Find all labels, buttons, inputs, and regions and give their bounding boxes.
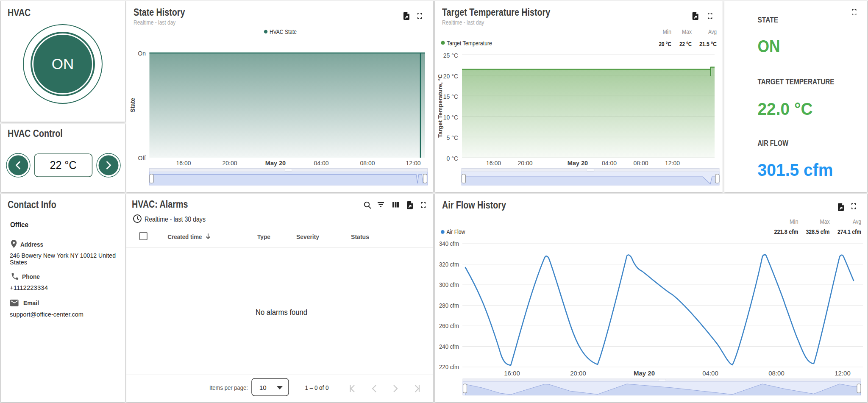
svg-text:10 °C: 10 °C (443, 114, 458, 121)
svg-text:Min: Min (790, 218, 798, 225)
svg-text:20:00: 20:00 (222, 160, 237, 167)
svg-text:5 °C: 5 °C (447, 134, 458, 141)
svg-text:Address: Address (20, 241, 43, 248)
svg-text:STATE: STATE (757, 16, 778, 24)
svg-text:Type: Type (257, 233, 270, 240)
svg-text:25 °C: 25 °C (443, 52, 458, 59)
svg-text:08:00: 08:00 (360, 160, 375, 167)
svg-text:On: On (138, 50, 146, 57)
svg-text:12:00: 12:00 (665, 160, 680, 167)
svg-text:274.1 cfm: 274.1 cfm (837, 228, 861, 235)
svg-text:No alarms found: No alarms found (256, 308, 307, 317)
svg-text:16:00: 16:00 (176, 160, 191, 167)
svg-text:Air Flow: Air Flow (446, 228, 465, 235)
svg-text:May 20: May 20 (265, 160, 285, 167)
svg-text:08:00: 08:00 (633, 160, 648, 167)
svg-text:Avg: Avg (708, 28, 717, 35)
svg-text:221.8 cfm: 221.8 cfm (774, 228, 798, 235)
svg-text:20:00: 20:00 (517, 160, 532, 167)
svg-text:Status: Status (351, 233, 369, 240)
svg-text:20 °C: 20 °C (443, 73, 458, 80)
svg-text:1 – 0 of 0: 1 – 0 of 0 (305, 384, 328, 391)
svg-text:240 cfm: 240 cfm (439, 343, 459, 350)
svg-text:16:00: 16:00 (486, 160, 501, 167)
svg-text:15 °C: 15 °C (443, 93, 458, 100)
svg-text:340 cfm: 340 cfm (439, 240, 459, 247)
svg-text:TARGET TEMPERATURE: TARGET TEMPERATURE (757, 78, 834, 86)
svg-text:Off: Off (138, 155, 146, 161)
svg-text:Items per page:: Items per page: (209, 384, 248, 391)
svg-text:21.5 °C: 21.5 °C (699, 40, 717, 47)
svg-text:22 °C: 22 °C (50, 159, 77, 172)
svg-text:Phone: Phone (22, 273, 40, 280)
svg-text:08:00: 08:00 (768, 370, 785, 377)
svg-text:Avg: Avg (853, 218, 861, 225)
svg-text:States: States (10, 258, 27, 266)
svg-text:20:00: 20:00 (570, 370, 586, 377)
svg-text:12:00: 12:00 (406, 160, 420, 167)
svg-text:04:00: 04:00 (314, 160, 328, 167)
svg-text:04:00: 04:00 (602, 160, 617, 167)
svg-text:22.0 °C: 22.0 °C (757, 99, 812, 119)
svg-text:12:00: 12:00 (835, 370, 851, 377)
svg-text:AIR FLOW: AIR FLOW (757, 139, 788, 147)
svg-text:220 cfm: 220 cfm (439, 363, 459, 370)
svg-text:HVAC State: HVAC State (270, 28, 297, 35)
svg-text:04:00: 04:00 (702, 370, 718, 377)
svg-text:Created time: Created time (167, 233, 202, 240)
svg-text:ON: ON (52, 56, 74, 72)
svg-text:Email: Email (23, 299, 39, 306)
svg-text:320 cfm: 320 cfm (439, 261, 459, 268)
svg-text:Min: Min (663, 28, 672, 35)
svg-text:Max: Max (820, 218, 830, 225)
svg-text:0 °C: 0 °C (447, 155, 458, 162)
svg-text:301.5 cfm: 301.5 cfm (757, 160, 833, 180)
svg-text:Max: Max (682, 28, 692, 35)
svg-text:22 °C: 22 °C (679, 40, 692, 47)
svg-text:State: State (129, 98, 136, 112)
svg-text:260 cfm: 260 cfm (439, 322, 459, 329)
svg-text:16:00: 16:00 (504, 370, 520, 377)
svg-text:280 cfm: 280 cfm (439, 302, 459, 309)
svg-text:Realtime - last 30 days: Realtime - last 30 days (145, 216, 206, 223)
svg-text:ON: ON (757, 37, 780, 56)
svg-text:246 Bowery New York NY 10012 U: 246 Bowery New York NY 10012 United (10, 252, 116, 259)
svg-text:Severity: Severity (296, 233, 320, 240)
svg-text:May 20: May 20 (634, 370, 655, 377)
svg-text:300 cfm: 300 cfm (439, 281, 459, 288)
svg-text:+1112223334: +1112223334 (10, 284, 48, 291)
svg-text:328.5 cfm: 328.5 cfm (806, 228, 830, 235)
svg-text:Target Temperature, °C: Target Temperature, °C (437, 74, 443, 138)
svg-text:Target Temperature: Target Temperature (447, 40, 492, 47)
svg-text:support@office-center.com: support@office-center.com (10, 311, 83, 318)
svg-text:20 °C: 20 °C (659, 40, 672, 47)
svg-text:May 20: May 20 (568, 160, 588, 167)
svg-text:10: 10 (259, 384, 267, 391)
svg-text:Office: Office (10, 221, 28, 229)
